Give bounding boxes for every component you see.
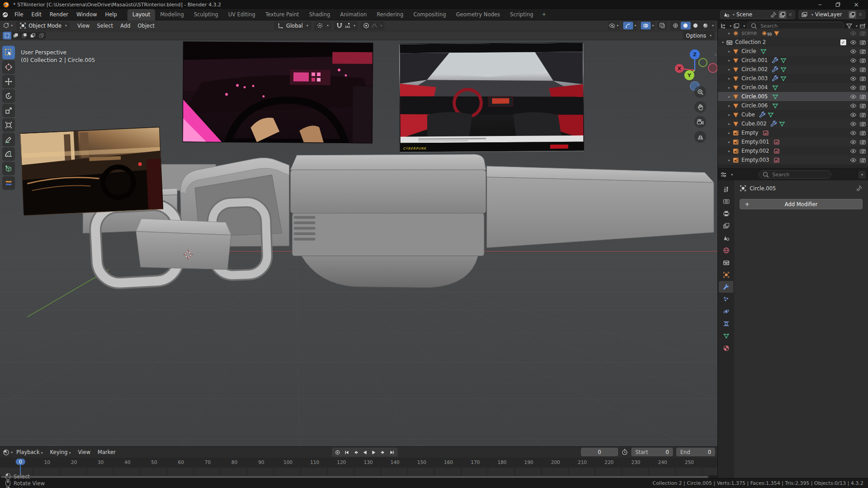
- snap-toggle-group[interactable]: ▾: [334, 21, 358, 30]
- expander-icon[interactable]: ▸: [726, 140, 732, 144]
- frame-tick-30[interactable]: 30: [98, 459, 103, 465]
- transform-orientation[interactable]: Global ▾: [274, 21, 312, 30]
- mode-selector[interactable]: Object Mode ▾: [16, 21, 70, 30]
- expander-icon[interactable]: ▸: [726, 158, 732, 162]
- eye-icon[interactable]: [850, 93, 857, 100]
- frame-tick-110[interactable]: 110: [310, 459, 319, 465]
- eye-icon[interactable]: [850, 157, 857, 164]
- navigation-gizmo[interactable]: Z X Y: [671, 45, 718, 111]
- close-button[interactable]: ×: [847, 0, 865, 9]
- frame-tick-10[interactable]: 10: [44, 459, 50, 465]
- autokey-button[interactable]: [333, 448, 342, 456]
- properties-tab-collection[interactable]: [719, 256, 733, 268]
- new-scene-icon[interactable]: [779, 11, 786, 19]
- outliner-editor[interactable]: ▾ ▾ ▾ ▸scene99▾Collection 2✓▸Circle▸Circ…: [718, 20, 868, 169]
- expander-icon[interactable]: ▸: [726, 122, 732, 126]
- tool-transform[interactable]: [2, 118, 15, 132]
- menu-file[interactable]: File: [10, 10, 27, 19]
- timeline-track[interactable]: [0, 468, 717, 475]
- frame-tick-20[interactable]: 20: [71, 459, 77, 465]
- proportional-edit-group[interactable]: ▾: [361, 21, 385, 30]
- expander-icon[interactable]: ▸: [726, 149, 732, 153]
- collection-checkbox[interactable]: ✓: [840, 39, 846, 45]
- editor-type-3d-icon[interactable]: [3, 22, 10, 29]
- properties-tab-modifiers[interactable]: [719, 281, 733, 293]
- workspace-tab-shading[interactable]: Shading: [304, 9, 335, 20]
- overlays-toggle[interactable]: ▾: [640, 21, 655, 30]
- frame-tick-240[interactable]: 240: [658, 459, 667, 465]
- eye-icon[interactable]: [850, 139, 857, 145]
- shading-material-icon[interactable]: [691, 22, 701, 29]
- camera-icon[interactable]: [859, 84, 866, 91]
- xray-toggle[interactable]: [658, 21, 667, 30]
- menu-help[interactable]: Help: [101, 10, 121, 19]
- expander-icon[interactable]: ▸: [726, 58, 732, 63]
- playback-play-button[interactable]: [370, 448, 378, 456]
- camera-icon[interactable]: [859, 39, 866, 46]
- gizmos-toggle[interactable]: ▾: [622, 21, 637, 30]
- breadcrumb-object-name[interactable]: Circle.005: [750, 185, 776, 192]
- frame-tick-210[interactable]: 210: [578, 459, 587, 465]
- properties-tab-constraints[interactable]: [719, 318, 733, 329]
- frame-tick-60[interactable]: 60: [178, 459, 184, 465]
- gizmo-x-label[interactable]: X: [678, 66, 682, 72]
- properties-tab-particles[interactable]: [719, 293, 733, 305]
- workspace-tab-geometry-nodes[interactable]: Geometry Nodes: [451, 9, 505, 20]
- eye-icon[interactable]: [850, 130, 857, 136]
- frame-tick-130[interactable]: 130: [364, 459, 373, 465]
- frame-tick-200[interactable]: 200: [551, 459, 560, 465]
- blender-menu-icon[interactable]: [2, 11, 9, 18]
- properties-tab-view-layer[interactable]: [719, 220, 733, 232]
- timeline-menu-playback[interactable]: Playback▾: [13, 447, 46, 457]
- outliner-row-circle-005[interactable]: ▸Circle.005: [718, 92, 868, 101]
- gizmo-y-label[interactable]: Y: [687, 72, 692, 78]
- start-frame-field[interactable]: Start 0: [631, 448, 673, 456]
- viewport-menu-select[interactable]: Select: [93, 21, 117, 31]
- properties-tab-world[interactable]: [719, 244, 733, 256]
- select-mode-intersect[interactable]: [37, 32, 46, 39]
- camera-icon[interactable]: [859, 121, 866, 127]
- outliner-row-cube[interactable]: ▸Cube: [718, 110, 868, 119]
- expander-icon[interactable]: ▸: [726, 95, 732, 99]
- expander-icon[interactable]: ▸: [726, 31, 732, 35]
- shading-solid-icon[interactable]: [681, 22, 691, 29]
- gizmo-neg-y[interactable]: [699, 58, 707, 67]
- outliner-row-empty[interactable]: ▸Empty: [718, 128, 868, 137]
- frame-tick-220[interactable]: 220: [605, 459, 614, 465]
- playback-end-button[interactable]: [388, 448, 396, 456]
- zoom-view-button[interactable]: [694, 86, 706, 98]
- expander-icon[interactable]: ▸: [726, 77, 732, 81]
- camera-icon[interactable]: [859, 157, 866, 164]
- expander-icon[interactable]: ▸: [726, 86, 732, 90]
- workspace-tab-compositing[interactable]: Compositing: [408, 9, 451, 20]
- properties-tab-render[interactable]: [719, 195, 733, 207]
- frame-tick-70[interactable]: 70: [205, 459, 210, 465]
- tool-scale[interactable]: [2, 104, 15, 117]
- camera-icon[interactable]: [859, 130, 866, 136]
- playback-prevkey-button[interactable]: [351, 448, 360, 456]
- tool-rotate[interactable]: [2, 89, 15, 103]
- workspace-tab-sculpting[interactable]: Sculpting: [189, 9, 223, 20]
- outliner-row-circle-002[interactable]: ▸Circle.002: [718, 65, 868, 74]
- stopwatch-icon[interactable]: [621, 449, 628, 455]
- eye-icon[interactable]: [850, 39, 857, 46]
- outliner-row-circle-003[interactable]: ▸Circle.003: [718, 74, 868, 83]
- outliner-row-empty-001[interactable]: ▸Empty.001: [718, 137, 868, 146]
- menu-render[interactable]: Render: [46, 10, 73, 19]
- pan-view-button[interactable]: [694, 101, 706, 113]
- camera-icon[interactable]: [859, 93, 866, 100]
- properties-tab-scene[interactable]: [719, 232, 733, 244]
- gizmo-z-label[interactable]: Z: [693, 52, 697, 58]
- select-mode-extend[interactable]: [11, 32, 20, 39]
- tool-annotate[interactable]: [2, 133, 15, 146]
- reference-image-cockpit[interactable]: [182, 42, 373, 144]
- timeline-editor[interactable]: ▾ Playback▾Keying▾ViewMarker 0 Start 0: [0, 446, 718, 478]
- expander-icon[interactable]: ▸: [726, 49, 732, 53]
- properties-tab-tool[interactable]: [719, 183, 733, 195]
- camera-icon[interactable]: [859, 30, 866, 37]
- shading-rendered-icon[interactable]: [701, 22, 711, 29]
- restore-button[interactable]: [829, 0, 847, 9]
- frame-tick-170[interactable]: 170: [471, 459, 480, 465]
- camera-icon[interactable]: [859, 75, 866, 82]
- overlays-icon[interactable]: [641, 22, 651, 29]
